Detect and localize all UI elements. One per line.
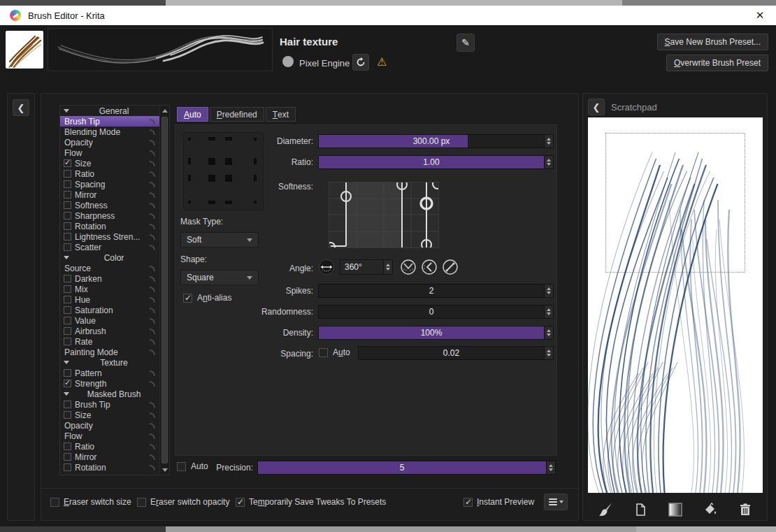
option-list-scrollbar[interactable] [159,106,169,475]
option-flow[interactable]: Flow [60,148,159,158]
option-opacity[interactable]: Opacity [60,420,159,431]
option-mirror[interactable]: Mirror [60,452,159,462]
option-checkbox[interactable] [64,317,71,324]
option-darken[interactable]: Darken [60,273,159,284]
tab-predefined[interactable]: Predefined [210,107,264,122]
option-size[interactable]: Size [60,410,159,420]
option-airbrush[interactable]: Airbrush [60,326,159,336]
scratchpad-canvas[interactable] [588,117,763,493]
option-source[interactable]: Source [60,263,159,273]
density-spin-buttons[interactable] [545,326,554,340]
option-checkbox[interactable] [64,243,71,251]
randomness-slider[interactable]: 0 [318,305,554,319]
new-page-icon[interactable] [631,501,649,519]
option-checkbox[interactable] [64,159,71,167]
ratio-slider[interactable]: 1.00 [318,155,554,169]
spikes-spin-buttons[interactable] [545,284,554,298]
spacing-spin-buttons[interactable] [545,346,554,360]
overwrite-brush-preset-button[interactable]: Overwrite Brush Preset [666,55,768,71]
option-scatter[interactable]: Scatter [60,242,159,252]
scroll-up-icon[interactable] [160,106,169,115]
option-checkbox[interactable] [64,338,71,345]
spacing-auto-checkbox[interactable] [319,348,328,357]
collapse-presets-button[interactable]: ❮ [13,99,29,116]
instant-preview-row[interactable]: Instant Preview [464,497,534,507]
spikes-slider[interactable]: 2 [318,284,554,298]
option-checkbox[interactable] [64,380,71,387]
collapse-scratchpad-button[interactable]: ❮ [588,99,605,115]
option-checkbox[interactable] [64,285,71,293]
option-lightness-stren[interactable]: Lightness Stren... [60,231,159,242]
angle-dial[interactable] [318,259,335,275]
option-sharpness[interactable]: Sharpness [60,210,159,221]
angle-fan-button[interactable] [400,259,417,275]
close-icon[interactable]: ✕ [752,9,768,22]
option-hue[interactable]: Hue [60,294,159,305]
ratio-spin-buttons[interactable] [545,155,554,169]
option-checkbox[interactable] [64,191,71,199]
option-section-masked-brush[interactable]: Masked Brush [60,389,159,399]
precision-spin-buttons[interactable] [547,461,556,475]
precision-auto-row[interactable]: Auto [177,461,208,471]
spacing-slider[interactable]: 0.02 [358,346,554,360]
option-rotation[interactable]: Rotation [60,462,159,473]
save-tweaks-checkbox[interactable] [236,498,245,507]
option-checkbox[interactable] [64,170,71,178]
angle-diagonal-button[interactable] [442,259,459,275]
precision-auto-checkbox[interactable] [177,462,186,471]
option-checkbox[interactable] [64,275,71,282]
option-checkbox[interactable] [64,369,71,377]
fill-bucket-icon[interactable] [701,501,719,519]
option-strength[interactable]: Strength [60,378,159,389]
option-checkbox[interactable] [64,327,71,335]
gradient-square-icon[interactable] [666,501,684,519]
title-bar[interactable]: Brush Editor - Krita ✕ [0,6,776,25]
option-mix[interactable]: Mix [60,284,159,294]
option-checkbox[interactable] [64,180,71,188]
option-opacity[interactable]: Opacity [60,137,159,148]
option-spacing[interactable]: Spacing [60,179,159,189]
density-slider[interactable]: 100% [318,326,554,340]
save-new-brush-preset-button[interactable]: Save New Brush Preset... [657,34,768,50]
option-painting-mode[interactable]: Painting Mode [60,347,159,357]
option-checkbox[interactable] [64,296,71,303]
eraser-switch-size-checkbox[interactable] [50,498,59,507]
rename-preset-button[interactable]: ✎ [457,34,475,52]
option-checkbox[interactable] [64,401,71,408]
randomness-spin-buttons[interactable] [545,305,554,319]
angle-spin-buttons[interactable] [383,260,392,274]
option-checkbox[interactable] [64,306,71,314]
option-saturation[interactable]: Saturation [60,305,159,315]
option-ratio[interactable]: Ratio [60,441,159,452]
precision-slider[interactable]: 5 [257,461,556,475]
diameter-slider[interactable]: 300.00 px [318,134,554,148]
option-checkbox[interactable] [64,222,71,230]
angle-spinbox[interactable]: 360° [340,259,393,275]
option-rate[interactable]: Rate [60,336,159,347]
detach-options-menu-button[interactable] [544,494,568,510]
option-checkbox[interactable] [64,201,71,209]
reload-preset-button[interactable] [352,54,369,71]
eraser-switch-opacity-row[interactable]: Eraser switch opacity [137,497,229,507]
trash-icon[interactable] [736,501,754,519]
option-section-general[interactable]: General [60,106,159,116]
option-size[interactable]: Size [60,158,159,168]
option-softness[interactable]: Softness [60,200,159,210]
scrollbar-thumb[interactable] [161,117,168,463]
diameter-spin-buttons[interactable] [545,134,554,148]
option-value[interactable]: Value [60,315,159,326]
angle-chevron-button[interactable] [421,259,438,275]
option-ratio[interactable]: Ratio [60,168,159,179]
option-pattern[interactable]: Pattern [60,368,159,378]
option-section-texture[interactable]: Texture [60,357,159,368]
option-brush-tip[interactable]: Brush Tip [60,399,159,410]
option-flow[interactable]: Flow [60,431,159,441]
save-tweaks-row[interactable]: Temporarily Save Tweaks To Presets [236,497,386,507]
option-checkbox[interactable] [64,463,71,471]
option-checkbox[interactable] [64,443,71,450]
option-rotation[interactable]: Rotation [60,221,159,231]
tab-text[interactable]: Text [266,107,296,122]
spacing-auto-row[interactable]: Auto [319,347,350,357]
option-section-color[interactable]: Color [60,252,159,263]
paintbrush-icon[interactable] [596,501,615,519]
